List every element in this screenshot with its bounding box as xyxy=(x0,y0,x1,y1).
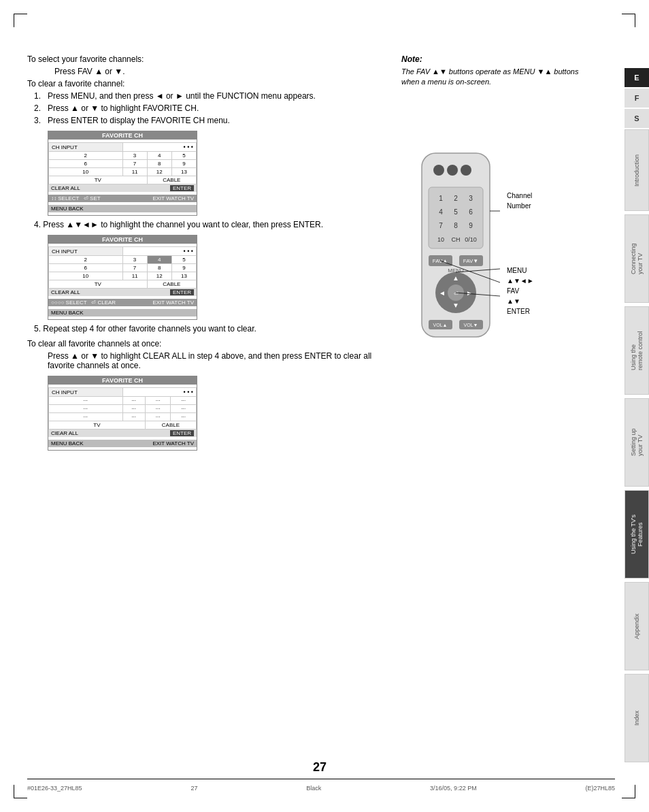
fav-press-line: Press FAV ▲ or ▼. xyxy=(54,67,388,76)
menu3-r1c4: ··· xyxy=(171,397,197,405)
menu2-bottom-row2: ○○○○ SELECT ⏎ CLEAR EXIT WATCH TV xyxy=(48,299,197,306)
menu-box-3: FAVORITE CH CH INPUT • • • ··· ··· ··· ·… xyxy=(48,376,197,451)
svg-text:FAV▲: FAV▲ xyxy=(433,258,448,264)
channel-number-label: ChannelNumber xyxy=(507,191,534,211)
menu2-r3c4: 13 xyxy=(171,272,196,280)
tab-introduction[interactable]: Introduction xyxy=(625,129,649,211)
tab-s[interactable]: S xyxy=(625,109,649,128)
step5-text: 5. Repeat step 4 for other favorite chan… xyxy=(34,324,388,334)
svg-text:9: 9 xyxy=(469,222,473,229)
footer-right: (E)27HL85 xyxy=(585,785,615,792)
svg-text:6: 6 xyxy=(469,208,473,216)
svg-text:VOL▲: VOL▲ xyxy=(433,323,448,327)
menu1-r3c4: 13 xyxy=(171,168,196,176)
nav-label: ▲▼◄► xyxy=(507,276,534,286)
menu2-r1c1: 2 xyxy=(49,256,123,264)
fav-label: FAV ▲▼ xyxy=(507,286,534,306)
menu2-menu-label: MENU BACK xyxy=(51,310,84,316)
menu2-r1c2: 3 xyxy=(122,256,147,264)
footer-line xyxy=(27,779,615,779)
menu2-r2c1: 6 xyxy=(49,264,123,272)
menu3-r3c1: ··· xyxy=(49,413,123,421)
menu1-enter-btn: ENTER xyxy=(170,185,194,191)
svg-text:CH: CH xyxy=(452,236,461,243)
svg-text:0/10: 0/10 xyxy=(465,236,477,243)
tab-f[interactable]: F xyxy=(625,88,649,108)
menu1-select-text: ↕↕ SELECT ⏎ SET xyxy=(51,195,101,201)
intro-text: To select your favorite channels: xyxy=(27,54,388,64)
menu1-r3c1: 10 xyxy=(49,168,123,176)
menu3-enter-btn: ENTER xyxy=(170,430,194,436)
menu-label: MENU xyxy=(507,265,534,276)
step-1-num: 1. xyxy=(34,91,41,101)
menu1-r1c3: 4 xyxy=(147,152,171,160)
menu3-r3c2: ··· xyxy=(122,413,145,421)
corner-mark-tl xyxy=(14,14,27,27)
clear-all-title: To clear all favorite channels at once: xyxy=(27,339,388,348)
menu2-r3c1: 10 xyxy=(49,272,123,280)
menu1-r1c2: 3 xyxy=(122,152,147,160)
menu3-dots: • • • xyxy=(122,388,197,397)
step-1: 1. Press MENU, and then press ◄ or ► unt… xyxy=(34,91,388,101)
remote-labels: ChannelNumber MENU ▲▼◄► FAV ▲▼ ENTER xyxy=(507,191,534,316)
footer: #01E26-33_27HL85 27 Black 3/16/05, 9:22 … xyxy=(27,785,615,792)
footer-left: #01E26-33_27HL85 xyxy=(27,785,82,792)
tab-features[interactable]: Using the TV'sFeatures xyxy=(625,490,649,579)
svg-text:10: 10 xyxy=(437,236,444,243)
svg-text:VOL▼: VOL▼ xyxy=(464,323,478,327)
svg-text:3: 3 xyxy=(469,195,473,202)
svg-point-1 xyxy=(433,165,444,176)
menu2-title: FAVORITE CH xyxy=(48,236,197,244)
menu2-dots: • • • xyxy=(122,247,197,256)
menu1-r2c4: 9 xyxy=(171,160,196,168)
menu3-r3c4: ··· xyxy=(171,413,197,421)
corner-mark-br xyxy=(622,785,635,798)
step-3: 3. Press ENTER to display the FAVORITE C… xyxy=(34,116,388,125)
menu3-tv: TV xyxy=(49,421,146,429)
remote-svg: 1 2 3 4 5 6 7 8 9 10 CH 0/10 FAV▲ FAV▼ ⏎… xyxy=(401,150,510,347)
menu2-cable: CABLE xyxy=(147,280,196,289)
menu3-menu-label: MENU BACK xyxy=(51,440,84,446)
menu2-tv: TV xyxy=(49,280,148,289)
svg-text:4: 4 xyxy=(439,208,443,216)
menu1-exit-text: EXIT WATCH TV xyxy=(152,195,194,201)
menu2-menu-back: MENU BACK xyxy=(48,309,197,316)
svg-point-3 xyxy=(461,165,471,176)
menu1-bottom-row2: ↕↕ SELECT ⏎ SET EXIT WATCH TV xyxy=(48,195,197,202)
menu2-clear-all: CLEAR ALL xyxy=(51,289,80,295)
step-2: 2. Press ▲ or ▼ to highlight FAVORITE CH… xyxy=(34,103,388,113)
menu3-r3c3: ··· xyxy=(145,413,171,421)
menu-box-2: FAVORITE CH CH INPUT • • • 2 3 4 5 6 7 8… xyxy=(48,235,197,320)
step-3-text: Press ENTER to display the FAVORITE CH m… xyxy=(48,116,230,125)
step-2-text: Press ▲ or ▼ to highlight FAVORITE CH. xyxy=(48,103,199,113)
svg-text:5: 5 xyxy=(454,208,458,216)
menu1-clear-all: CLEAR ALL xyxy=(51,185,80,191)
svg-text:7: 7 xyxy=(439,222,443,229)
menu3-r2c3: ··· xyxy=(145,405,171,413)
tab-appendix[interactable]: Appendix xyxy=(625,582,649,670)
tab-connecting[interactable]: Connectingyour TV xyxy=(625,214,649,303)
tab-setting[interactable]: Setting upyour TV xyxy=(625,398,649,487)
tab-index[interactable]: Index xyxy=(625,674,649,762)
steps-list: 1. Press MENU, and then press ◄ or ► unt… xyxy=(34,91,388,125)
tab-remote[interactable]: Using theremote control xyxy=(625,306,649,395)
step-2-num: 2. xyxy=(34,103,41,113)
menu2-exit-text: EXIT WATCH TV xyxy=(152,299,194,306)
menu2-r2c3: 8 xyxy=(147,264,171,272)
menu3-r2c1: ··· xyxy=(49,405,123,413)
menu3-r2c4: ··· xyxy=(171,405,197,413)
menu3-r1c2: ··· xyxy=(122,397,145,405)
menu-box-1: FAVORITE CH CH INPUT • • • 2 3 4 5 6 7 8… xyxy=(48,131,197,216)
menu2-r3c3: 12 xyxy=(147,272,171,280)
menu2-ch-input: CH INPUT xyxy=(49,247,123,256)
step-3-num: 3. xyxy=(34,116,41,125)
menu3-bottom-bar: ClEAR ALL ENTER xyxy=(48,429,197,437)
menu3-cable: CABLE xyxy=(145,421,196,429)
tab-e[interactable]: E xyxy=(625,68,649,87)
svg-text:▲: ▲ xyxy=(452,274,459,282)
menu3-title: FAVORITE CH xyxy=(48,376,197,385)
menu3-ch-input: CH INPUT xyxy=(49,388,123,397)
svg-text:2: 2 xyxy=(454,195,458,202)
note-text: The FAV ▲▼ buttons operate as MENU ▼▲ bu… xyxy=(401,67,592,88)
menu2-r1c3: 4 xyxy=(147,256,171,264)
